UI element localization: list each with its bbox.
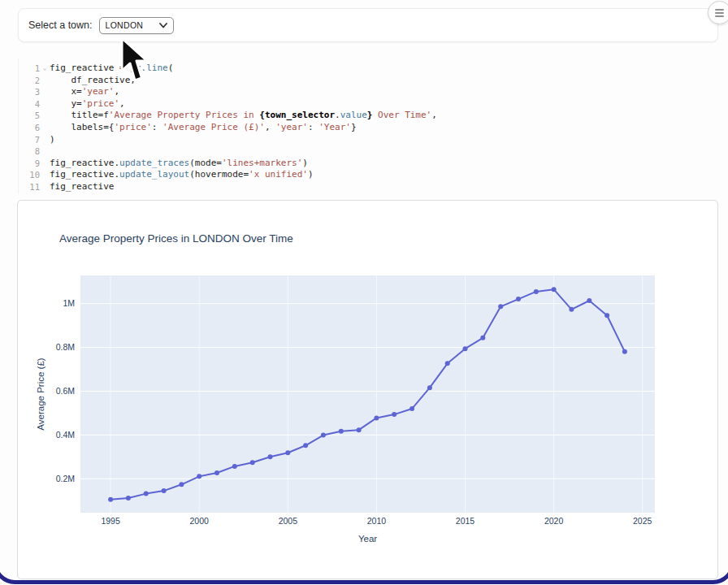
data-point[interactable] — [463, 346, 468, 351]
y-tick-label: 0.6M — [56, 386, 75, 396]
code-text: fig_reactive — [50, 181, 114, 193]
fold-gutter — [40, 145, 50, 158]
data-point[interactable] — [587, 298, 592, 303]
x-tick-label: 2025 — [633, 516, 652, 526]
data-point[interactable] — [214, 470, 219, 475]
data-point[interactable] — [410, 406, 414, 411]
y-tick-label: 0.8M — [56, 342, 75, 352]
data-point[interactable] — [162, 488, 167, 493]
data-point[interactable] — [445, 361, 450, 366]
x-tick-label: 2010 — [367, 516, 387, 526]
data-point[interactable] — [321, 433, 326, 438]
chart-title: Average Property Prices in LONDON Over T… — [59, 232, 293, 245]
data-point[interactable] — [622, 349, 627, 354]
chart-card: 19952000200520102015202020250.2M0.4M0.6M… — [17, 200, 718, 579]
fold-gutter — [40, 181, 50, 193]
controls-bar: Select a town: LONDON — [18, 8, 718, 42]
data-point[interactable] — [232, 464, 237, 469]
notebook-page: Select a town: LONDON 1⌄fig_reactive = p… — [0, 0, 728, 585]
code-text: fig_reactive = px.line( — [50, 63, 173, 75]
data-point[interactable] — [108, 497, 113, 502]
fold-gutter — [40, 98, 50, 110]
line-number: 3 — [19, 86, 40, 98]
code-line[interactable]: 1⌄fig_reactive = px.line( — [19, 63, 718, 75]
fold-gutter — [40, 158, 50, 170]
x-tick-label: 2000 — [190, 516, 210, 526]
town-select[interactable]: LONDON — [99, 17, 174, 34]
line-number: 11 — [19, 181, 40, 193]
fold-gutter — [40, 75, 50, 87]
data-point[interactable] — [179, 482, 184, 487]
line-number: 7 — [19, 134, 40, 146]
data-point[interactable] — [604, 313, 609, 318]
code-text: ) — [50, 134, 55, 146]
data-point[interactable] — [339, 429, 344, 434]
data-point[interactable] — [285, 450, 290, 455]
code-text: fig_reactive.update_traces(mode='lines+m… — [50, 158, 308, 170]
data-point[interactable] — [480, 336, 485, 340]
data-point[interactable] — [357, 427, 362, 432]
data-point[interactable] — [126, 496, 131, 500]
code-line[interactable]: 10fig_reactive.update_layout(hovermode='… — [19, 169, 718, 181]
line-number: 5 — [19, 110, 40, 122]
code-line[interactable]: 4 y='price', — [19, 98, 718, 110]
data-point[interactable] — [427, 385, 432, 390]
plot-area[interactable] — [80, 275, 655, 513]
data-point[interactable] — [250, 460, 255, 465]
x-axis-title: Year — [358, 534, 377, 544]
data-point[interactable] — [144, 492, 149, 496]
code-line[interactable]: 3 x='year', — [19, 86, 718, 98]
fold-gutter — [40, 134, 50, 146]
code-line[interactable]: 6 labels={'price': 'Average Price (£)', … — [19, 122, 718, 134]
code-text: x='year', — [50, 86, 119, 98]
code-line[interactable]: 9fig_reactive.update_traces(mode='lines+… — [19, 158, 718, 170]
data-point[interactable] — [268, 454, 273, 459]
fold-gutter — [40, 110, 50, 122]
x-tick-label: 2015 — [456, 516, 475, 526]
code-text: y='price', — [50, 98, 125, 110]
app-root: { "controls": { "label": "Select a town:… — [0, 0, 728, 585]
data-point[interactable] — [303, 443, 308, 448]
hamburger-menu-icon — [715, 9, 724, 17]
x-tick-label: 1995 — [101, 516, 120, 526]
line-number: 6 — [19, 122, 40, 134]
data-point[interactable] — [498, 304, 503, 309]
y-tick-label: 0.4M — [56, 430, 75, 440]
line-number: 10 — [19, 169, 40, 181]
select-town-label: Select a town: — [28, 20, 93, 31]
data-point[interactable] — [374, 415, 379, 420]
chevron-down-icon — [159, 23, 167, 28]
data-point[interactable] — [552, 287, 557, 292]
line-number: 4 — [19, 98, 40, 110]
y-axis-title: Average Price (£) — [36, 358, 46, 430]
data-point[interactable] — [534, 289, 539, 294]
y-tick-label: 1M — [63, 298, 75, 308]
line-number: 9 — [19, 158, 40, 170]
code-line[interactable]: 2 df_reactive, — [19, 75, 718, 87]
line-number: 8 — [19, 145, 40, 158]
code-line[interactable]: 8 — [19, 145, 718, 158]
fold-gutter — [40, 122, 50, 134]
code-text: title=f'Average Property Prices in {town… — [50, 110, 437, 122]
y-tick-label: 0.2M — [56, 474, 75, 483]
x-tick-label: 2020 — [544, 516, 564, 526]
line-number: 2 — [19, 75, 40, 87]
data-point[interactable] — [516, 297, 521, 301]
code-text: df_reactive, — [50, 75, 136, 87]
menu-button[interactable] — [708, 1, 728, 24]
code-editor[interactable]: 1⌄fig_reactive = px.line(2 df_reactive,3… — [18, 58, 718, 193]
plotly-chart[interactable]: 19952000200520102015202020250.2M0.4M0.6M… — [18, 201, 717, 578]
town-select-value: LONDON — [106, 20, 159, 30]
code-line[interactable]: 5 title=f'Average Property Prices in {to… — [19, 110, 718, 122]
data-point[interactable] — [197, 474, 202, 479]
code-text: fig_reactive.update_layout(hovermode='x … — [50, 169, 314, 181]
fold-gutter — [40, 86, 50, 98]
code-text: labels={'price': 'Average Price (£)', 'y… — [50, 122, 357, 134]
data-point[interactable] — [569, 307, 574, 312]
line-number: 1 — [19, 63, 40, 75]
code-line[interactable]: 7) — [19, 134, 718, 146]
fold-chevron-icon[interactable]: ⌄ — [40, 63, 50, 75]
data-point[interactable] — [392, 412, 396, 417]
fold-gutter — [40, 169, 50, 181]
code-line[interactable]: 11fig_reactive — [19, 181, 718, 193]
